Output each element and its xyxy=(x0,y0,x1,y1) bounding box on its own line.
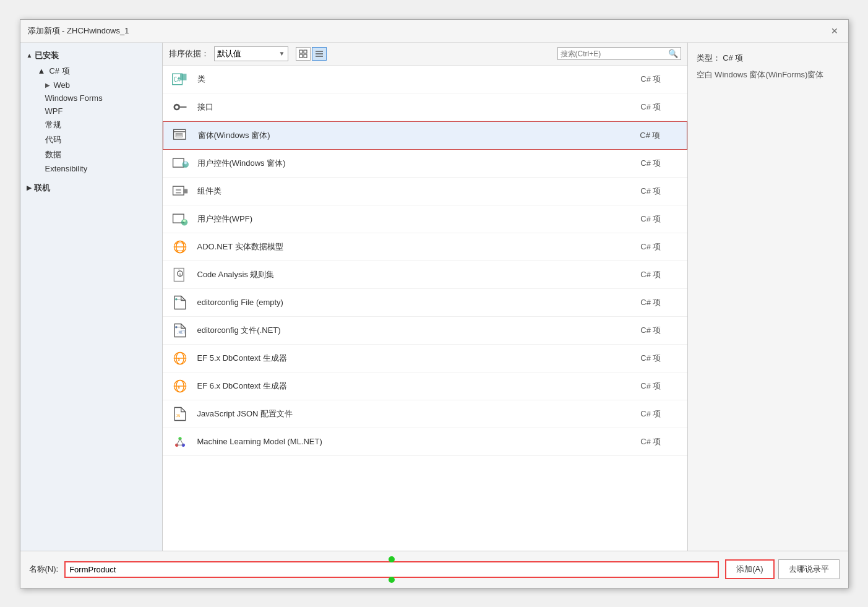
class-icon: C# xyxy=(170,69,190,89)
item-type: C# 项 xyxy=(640,436,679,447)
svg-rect-0 xyxy=(299,50,303,53)
extensibility-item[interactable]: Extensibility xyxy=(20,162,162,175)
cancel-button[interactable]: 去哪说录平 xyxy=(778,559,840,579)
windows-forms-label: Windows Forms xyxy=(45,93,103,103)
type-prefix: 类型： xyxy=(697,53,721,62)
csharp-arrow: ▲ xyxy=(38,66,46,75)
list-item[interactable]: .NET editorconfig 文件(.NET)C# 项 xyxy=(163,317,687,345)
sort-dropdown[interactable]: 默认值 ▼ xyxy=(214,46,288,61)
general-item[interactable]: 常规 xyxy=(20,118,162,132)
windows-forms-item[interactable]: Windows Forms xyxy=(20,92,162,105)
interface-icon xyxy=(170,97,190,117)
item-type: C# 项 xyxy=(640,325,679,336)
extensibility-label: Extensibility xyxy=(45,164,88,173)
item-name: Code Analysis 规则集 xyxy=(197,269,634,280)
network-label: 联机 xyxy=(34,183,50,194)
list-item[interactable]: 接口C# 项 xyxy=(163,93,687,121)
svg-rect-15 xyxy=(176,133,183,137)
item-name: ADO.NET 实体数据模型 xyxy=(197,241,634,252)
code-label: 代码 xyxy=(45,134,61,145)
list-item[interactable]: C# 类C# 项 xyxy=(163,66,687,93)
green-dot-bottom xyxy=(389,577,395,583)
name-input-wrapper xyxy=(64,561,719,578)
dialog: 添加新项 - ZHCHwindows_1 ✕ ▲ 已安装 ▲ C# 项 ▶ We… xyxy=(20,19,849,588)
network-arrow: ▶ xyxy=(27,184,32,191)
code-analysis-icon: R xyxy=(170,265,190,285)
item-name: JavaScript JSON 配置文件 xyxy=(197,408,634,420)
search-icon[interactable]: 🔍 xyxy=(668,49,678,58)
add-button[interactable]: 添加(A) xyxy=(725,559,774,579)
list-icon xyxy=(315,50,324,58)
list-item[interactable]: 用户控件(WPF)C# 项 xyxy=(163,205,687,233)
item-type: C# 项 xyxy=(640,186,679,197)
item-name: 窗体(Windows 窗体) xyxy=(198,130,633,141)
web-label: Web xyxy=(54,80,71,90)
item-type: C# 项 xyxy=(640,381,679,392)
center-panel: 排序依据： 默认值 ▼ xyxy=(163,43,687,551)
ml-icon xyxy=(170,432,190,452)
csharp-section[interactable]: ▲ C# 项 xyxy=(20,64,162,79)
right-description: 空白 Windows 窗体(WinForms)窗体 xyxy=(697,69,840,82)
installed-section: ▲ 已安装 xyxy=(20,48,162,64)
wpf-item[interactable]: WPF xyxy=(20,105,162,118)
svg-rect-2 xyxy=(299,54,303,58)
list-item[interactable]: 5 EF 5.x DbContext 生成器C# 项 xyxy=(163,345,687,372)
svg-text:6: 6 xyxy=(178,384,180,389)
item-type: C# 项 xyxy=(640,101,679,113)
list-item[interactable]: Machine Learning Model (ML.NET)C# 项 xyxy=(163,428,687,456)
item-type: C# 项 xyxy=(640,353,679,364)
title-bar: 添加新项 - ZHCHwindows_1 ✕ xyxy=(20,20,848,43)
name-label: 名称(N): xyxy=(29,564,59,575)
svg-rect-3 xyxy=(304,54,307,58)
list-item[interactable]: 6 EF 6.x DbContext 生成器C# 项 xyxy=(163,372,687,400)
item-type: C# 项 xyxy=(640,74,679,85)
type-value: C# 项 xyxy=(723,53,743,62)
item-name: 接口 xyxy=(197,101,634,113)
green-dot-top xyxy=(389,556,395,562)
userctrl-icon xyxy=(170,153,190,173)
wpfctrl-icon xyxy=(170,209,190,229)
search-input[interactable] xyxy=(561,50,668,58)
item-name: 组件类 xyxy=(197,186,634,197)
svg-text:JS: JS xyxy=(176,413,181,418)
close-button[interactable]: ✕ xyxy=(828,25,841,37)
form-icon xyxy=(171,126,191,145)
list-view-button[interactable] xyxy=(312,47,327,61)
grid-view-button[interactable] xyxy=(296,47,311,61)
list-item[interactable]: ADO.NET 实体数据模型C# 项 xyxy=(163,233,687,261)
svg-rect-22 xyxy=(183,189,187,193)
item-name: editorconfig 文件(.NET) xyxy=(197,325,634,336)
svg-line-53 xyxy=(176,438,179,445)
list-item[interactable]: editorconfig File (empty)C# 项 xyxy=(163,289,687,317)
item-type: C# 项 xyxy=(640,213,679,225)
list-item[interactable]: 组件类C# 项 xyxy=(163,178,687,205)
item-name: Machine Learning Model (ML.NET) xyxy=(197,437,634,446)
sort-label: 排序依据： xyxy=(169,48,209,59)
data-item[interactable]: 数据 xyxy=(20,147,162,162)
item-type: C# 项 xyxy=(640,158,679,169)
web-arrow: ▶ xyxy=(45,82,50,88)
network-section: ▶ 联机 xyxy=(20,180,162,196)
editorconfig1-icon xyxy=(170,293,190,312)
item-name: 类 xyxy=(197,74,634,85)
general-label: 常规 xyxy=(45,119,61,131)
search-box[interactable]: 🔍 xyxy=(557,47,681,60)
view-icons xyxy=(296,47,327,61)
list-item[interactable]: JS JavaScript JSON 配置文件C# 项 xyxy=(163,400,687,428)
list-item[interactable]: 用户控件(Windows 窗体)C# 项 xyxy=(163,150,687,178)
svg-rect-18 xyxy=(173,158,184,167)
ef5-icon: 5 xyxy=(170,348,190,368)
installed-label: 已安装 xyxy=(35,50,59,61)
item-type: C# 项 xyxy=(640,408,679,420)
item-type: C# 项 xyxy=(640,241,679,252)
svg-line-54 xyxy=(180,438,183,445)
svg-point-27 xyxy=(183,219,185,222)
list-item[interactable]: 窗体(Windows 窗体)C# 项 xyxy=(163,121,687,150)
web-item[interactable]: ▶ Web xyxy=(20,79,162,92)
main-content: ▲ 已安装 ▲ C# 项 ▶ Web Windows Forms WPF 常规 … xyxy=(20,43,848,551)
item-type: C# 项 xyxy=(640,269,679,280)
item-name: EF 6.x DbContext 生成器 xyxy=(197,381,634,392)
code-item[interactable]: 代码 xyxy=(20,132,162,147)
list-item[interactable]: R Code Analysis 规则集C# 项 xyxy=(163,261,687,289)
name-input[interactable] xyxy=(64,561,719,578)
